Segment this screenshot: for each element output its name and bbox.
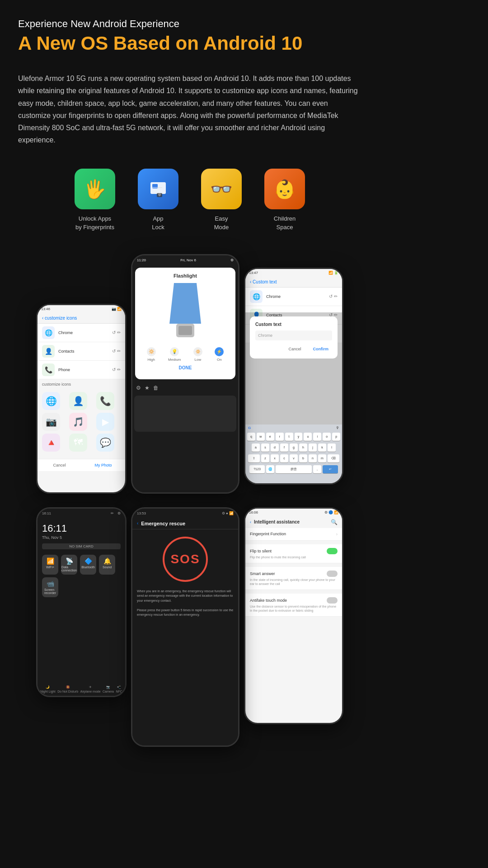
- edit-icon[interactable]: ✏: [111, 511, 114, 515]
- key-g[interactable]: g: [290, 443, 298, 452]
- dialog-confirm-btn[interactable]: Confirm: [310, 345, 333, 353]
- custom-text-header[interactable]: ‹ Custom text: [245, 277, 342, 288]
- chrome-name: Chrome: [58, 330, 112, 335]
- key-c[interactable]: c: [280, 454, 288, 462]
- grid-item-music[interactable]: 🎵: [69, 413, 87, 431]
- key-h[interactable]: h: [299, 443, 307, 452]
- level-high[interactable]: 🔆 High: [147, 347, 156, 362]
- key-comma[interactable]: ,: [313, 465, 321, 473]
- key-t[interactable]: t: [285, 433, 293, 441]
- antifake-item: Antifake touch mode Use the distance sen…: [245, 594, 342, 617]
- grid-item-camera[interactable]: 📷: [42, 413, 60, 431]
- keyboard-row-1: q w e r t y u i o p: [245, 431, 342, 442]
- key-q[interactable]: q: [247, 433, 255, 441]
- gear-icon[interactable]: ⚙: [117, 511, 121, 515]
- widgets-screen: 16:11 ✏ ⚙ 16:11 Thu, Nov 5 NO SIM CARD 📶…: [38, 509, 125, 696]
- flip-to-silent-toggle[interactable]: [327, 548, 338, 554]
- children-space-label: ChildrenSpace: [274, 215, 296, 231]
- key-y[interactable]: y: [295, 433, 303, 441]
- key-m[interactable]: m: [318, 454, 326, 462]
- level-on[interactable]: ⚡ On: [215, 347, 224, 362]
- grid-item-chrome[interactable]: 🌐: [42, 392, 60, 410]
- night-light-dock[interactable]: 🌙 Night Light: [40, 685, 55, 693]
- phone-emergency: 13:53 ⚙ ● 📶 ‹ Emergency rescue SOS When …: [131, 507, 239, 747]
- qs-bluetooth[interactable]: 🔷 Bluetooth: [80, 555, 96, 575]
- dnd-label: Do Not Disturb: [57, 690, 78, 693]
- fl-time: 11:20: [137, 258, 146, 262]
- ct-chrome-actions: ↺ ✏: [329, 294, 338, 299]
- contacts-actions: ↺ ✏: [112, 349, 121, 354]
- customize-header[interactable]: ‹ customize icons: [38, 313, 125, 324]
- key-space[interactable]: 拼音: [276, 465, 312, 473]
- emergency-title: Emergency rescue: [141, 521, 185, 526]
- nfc-dock[interactable]: 📲 NFC: [116, 685, 122, 693]
- level-low-label: Low: [195, 358, 202, 362]
- key-123[interactable]: ?123: [249, 465, 265, 473]
- night-light-icon: 🌙: [46, 685, 50, 689]
- phone-actions: ↺ ✏: [112, 367, 121, 372]
- flashlight-statusbar: 11:20 Fri, Nov 6 ⚙: [132, 255, 238, 265]
- dialog-cancel-btn[interactable]: Cancel: [285, 345, 305, 353]
- key-l[interactable]: l: [328, 443, 336, 452]
- airplane-label: Airplane mode: [80, 690, 100, 693]
- flashlight-screen: 11:20 Fri, Nov 6 ⚙ Flashlight 🔆 Hig: [132, 255, 238, 492]
- grid-item-contacts[interactable]: 👤: [69, 392, 87, 410]
- antifake-toggle[interactable]: [327, 597, 338, 604]
- key-backspace[interactable]: ⌫: [328, 454, 339, 462]
- section-divider-2: [245, 563, 342, 567]
- grid-item-phone[interactable]: 📞: [96, 392, 114, 410]
- key-n[interactable]: n: [309, 454, 317, 462]
- key-w[interactable]: w: [257, 433, 265, 441]
- qs-sound[interactable]: 🔔 Sound: [99, 555, 115, 575]
- level-on-label: On: [217, 358, 222, 362]
- custom-text-screen: 13:47 📶 🔋 ‹ Custom text 🌐 Chrome ↺ ✏ 👤 C…: [245, 269, 342, 483]
- key-j[interactable]: j: [309, 443, 317, 452]
- key-s[interactable]: s: [261, 443, 269, 452]
- qs-wifi[interactable]: 📶 WiFi+: [42, 555, 58, 575]
- done-button[interactable]: DONE: [141, 362, 230, 374]
- key-u[interactable]: u: [304, 433, 312, 441]
- key-shift[interactable]: ⇧: [248, 454, 260, 462]
- fingerprint-function-item[interactable]: Fingerprint Function ›: [245, 528, 342, 541]
- key-z[interactable]: z: [261, 454, 269, 462]
- grid-item-store[interactable]: ▶: [96, 413, 114, 431]
- key-b[interactable]: b: [299, 454, 307, 462]
- key-d[interactable]: d: [271, 443, 279, 452]
- key-k[interactable]: k: [318, 443, 326, 452]
- mic-icon[interactable]: 🎙: [336, 426, 339, 430]
- cancel-btn[interactable]: Cancel: [38, 459, 81, 471]
- fp-back-btn[interactable]: ‹: [250, 520, 251, 524]
- grid-item-msg[interactable]: 💬: [96, 434, 114, 452]
- do-not-disturb-dock[interactable]: 🔕 Do Not Disturb: [57, 685, 78, 693]
- fp-search-icon[interactable]: 🔍: [331, 519, 338, 525]
- sound-label: Sound: [103, 566, 112, 569]
- key-a[interactable]: a: [252, 443, 260, 452]
- level-medium[interactable]: 💡 Medium: [168, 347, 181, 362]
- smart-answer-desc: In the state of incoming call, quickly c…: [250, 578, 338, 586]
- qs-data[interactable]: 📡 Data connection: [61, 555, 77, 575]
- qs-screen-recorder[interactable]: 📹 Screen recorder: [42, 577, 58, 597]
- fl-gear[interactable]: ⚙: [230, 258, 234, 262]
- em-back-icon[interactable]: ‹: [137, 521, 138, 526]
- my-photo-btn[interactable]: My Photo: [81, 459, 125, 471]
- emergency-description: When you are in an emergency, the emerge…: [132, 589, 238, 618]
- key-o[interactable]: o: [323, 433, 331, 441]
- key-enter[interactable]: ↵: [323, 465, 338, 473]
- smart-answer-toggle[interactable]: [327, 571, 338, 577]
- easy-mode-icon: 👓: [201, 169, 242, 209]
- level-low[interactable]: 🔅 Low: [193, 347, 202, 362]
- key-globe[interactable]: 🌐: [266, 465, 274, 473]
- key-i[interactable]: i: [313, 433, 321, 441]
- key-v[interactable]: v: [290, 454, 298, 462]
- widgets-statusbar: 16:11 ✏ ⚙: [38, 509, 125, 518]
- camera-dock[interactable]: 📷 Camera: [103, 685, 114, 693]
- key-p[interactable]: p: [332, 433, 340, 441]
- key-e[interactable]: e: [266, 433, 274, 441]
- key-x[interactable]: x: [271, 454, 279, 462]
- grid-item-drive[interactable]: 🔺: [42, 434, 60, 452]
- grid-item-maps[interactable]: 🗺: [69, 434, 87, 452]
- dialog-input[interactable]: Chrome: [255, 330, 332, 340]
- key-r[interactable]: r: [276, 433, 284, 441]
- airplane-dock[interactable]: ✈ Airplane mode: [80, 685, 100, 693]
- key-f[interactable]: f: [280, 443, 288, 452]
